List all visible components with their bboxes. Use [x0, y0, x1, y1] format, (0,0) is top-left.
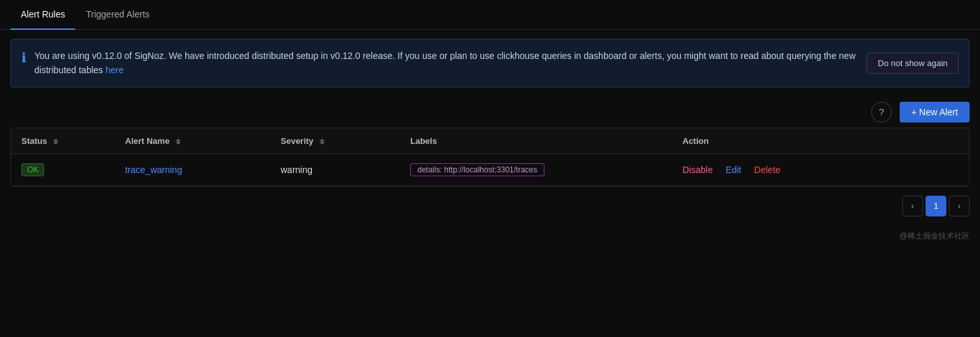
col-header-labels: Labels — [400, 128, 672, 154]
cell-status: OK — [11, 154, 115, 185]
col-header-action: Action — [672, 128, 969, 154]
page-1-button[interactable]: 1 — [926, 196, 946, 216]
table-row: OK trace_warning warning details: http:/… — [11, 154, 969, 185]
tab-triggered-alerts[interactable]: Triggered Alerts — [75, 0, 159, 30]
info-banner: ℹ You are using v0.12.0 of SigNoz. We ha… — [10, 39, 970, 87]
prev-page-button[interactable]: ‹ — [902, 196, 923, 216]
edit-action[interactable]: Edit — [726, 165, 741, 175]
pagination: ‹ 1 › — [0, 187, 980, 226]
question-icon: ? — [879, 106, 884, 117]
new-alert-button[interactable]: + New Alert — [900, 102, 970, 122]
label-tag: details: http://localhost:3301/traces — [410, 163, 544, 176]
sort-icon-severity — [320, 139, 325, 145]
tab-alert-rules[interactable]: Alert Rules — [10, 0, 75, 30]
footer: @稀土掘金技术社区 — [0, 226, 980, 247]
sort-icon-alert-name — [176, 139, 181, 145]
cell-alert-name: trace_warning — [115, 154, 270, 185]
alert-name-link[interactable]: trace_warning — [125, 165, 182, 175]
delete-action[interactable]: Delete — [754, 165, 780, 175]
cell-actions: Disable Edit Delete — [672, 154, 969, 185]
col-header-alert-name[interactable]: Alert Name — [115, 128, 270, 154]
status-badge: OK — [21, 163, 44, 176]
banner-message: You are using v0.12.0 of SigNoz. We have… — [34, 49, 867, 78]
cell-severity: warning — [270, 154, 400, 185]
dismiss-button[interactable]: Do not show again — [867, 52, 959, 74]
alerts-table: Status Alert Name Severity Labels Action — [11, 128, 969, 186]
next-page-button[interactable]: › — [949, 196, 970, 216]
sort-icon-status — [53, 139, 58, 145]
toolbar: ? + New Alert — [0, 97, 980, 128]
col-header-status[interactable]: Status — [11, 128, 115, 154]
disable-action[interactable]: Disable — [682, 165, 713, 175]
banner-content: ℹ You are using v0.12.0 of SigNoz. We ha… — [21, 49, 867, 78]
table-header-row: Status Alert Name Severity Labels Action — [11, 128, 969, 154]
alerts-table-wrap: Status Alert Name Severity Labels Action — [10, 128, 970, 187]
cell-labels: details: http://localhost:3301/traces — [400, 154, 672, 185]
help-button[interactable]: ? — [871, 102, 892, 122]
info-icon: ℹ — [21, 50, 27, 65]
footer-text: @稀土掘金技术社区 — [900, 231, 970, 240]
tabs-nav: Alert Rules Triggered Alerts — [0, 0, 980, 30]
banner-link[interactable]: here — [106, 65, 124, 75]
col-header-severity[interactable]: Severity — [270, 128, 400, 154]
